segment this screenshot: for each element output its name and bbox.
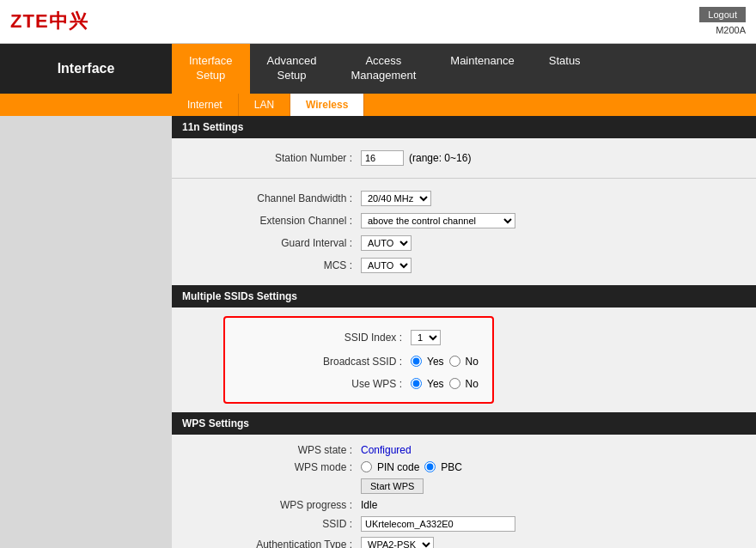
auth-type-val: WPA2-PSK WPA-PSK None — [361, 537, 434, 548]
sub-tab-lan[interactable]: LAN — [239, 94, 290, 116]
use-wps-row: Use WPS : Yes No — [239, 374, 479, 393]
station-number-control: (range: 0~16) — [361, 150, 471, 166]
section-header-wps: WPS Settings — [172, 412, 756, 435]
model-text: M200A — [716, 25, 746, 35]
use-wps-no-label: No — [466, 378, 479, 390]
tab-advanced-setup[interactable]: AdvancedSetup — [250, 44, 334, 94]
wps-state-value: Configured — [361, 444, 412, 456]
start-wps-button[interactable]: Start WPS — [361, 478, 424, 494]
auth-type-row: Authentication Type : WPA2-PSK WPA-PSK N… — [189, 534, 739, 548]
mcs-label: MCS : — [189, 259, 361, 271]
layout: 11n Settings Station Number : (range: 0~… — [0, 116, 756, 548]
broadcast-ssid-no-radio[interactable] — [449, 356, 460, 367]
ssids-form-section: SSID Index : 1 2 3 4 Broadcast SSID : — [172, 307, 756, 412]
wps-mode-label: WPS mode : — [189, 461, 361, 473]
use-wps-yes-label: Yes — [427, 378, 444, 390]
wps-mode-pin-label: PIN code — [377, 461, 419, 473]
broadcast-ssid-row: Broadcast SSID : Yes No — [239, 352, 479, 371]
use-wps-control: Yes No — [411, 378, 479, 390]
wps-progress-label: WPS progress : — [189, 499, 361, 511]
header-right: Logout M200A — [699, 7, 746, 36]
main-nav: Interface InterfaceSetup AdvancedSetup A… — [0, 44, 756, 94]
wps-progress-val: Idle — [361, 499, 377, 511]
broadcast-ssid-no-label: No — [466, 356, 479, 368]
extension-channel-label: Extension Channel : — [189, 215, 361, 227]
wps-state-label: WPS state : — [189, 444, 361, 456]
tab-maintenance[interactable]: Maintenance — [433, 44, 531, 94]
wps-ssid-input[interactable] — [361, 516, 515, 532]
wps-form-section: WPS state : Configured WPS mode : PIN co… — [172, 435, 756, 548]
sub-nav-spacer — [0, 94, 172, 116]
section-header-11n: 11n Settings — [172, 116, 756, 138]
wps-start-val: Start WPS — [361, 478, 424, 494]
mcs-row: MCS : AUTO — [189, 254, 739, 277]
ssid-index-select[interactable]: 1 2 3 4 — [411, 330, 441, 345]
page-header: ZTE中兴 Logout M200A — [0, 0, 756, 44]
channel-bandwidth-row: Channel Bandwidth : 20/40 MHz 20 MHz — [189, 187, 739, 210]
wps-ssid-row: SSID : — [189, 514, 739, 534]
sub-tab-internet[interactable]: Internet — [172, 94, 239, 116]
nav-tabs: InterfaceSetup AdvancedSetup AccessManag… — [172, 44, 756, 94]
mcs-select[interactable]: AUTO — [361, 258, 412, 273]
broadcast-ssid-yes-radio[interactable] — [411, 356, 422, 367]
mcs-control: AUTO — [361, 258, 412, 273]
logout-button[interactable]: Logout — [699, 7, 746, 22]
use-wps-yes-radio[interactable] — [411, 378, 422, 389]
logo: ZTE中兴 — [10, 9, 88, 34]
channel-bandwidth-label: Channel Bandwidth : — [189, 192, 361, 204]
guard-interval-select[interactable]: AUTO Long — [361, 235, 412, 251]
wps-state-val: Configured — [361, 444, 412, 456]
wps-ssid-label: SSID : — [189, 518, 361, 530]
station-number-row: Station Number : (range: 0~16) — [189, 147, 739, 169]
use-wps-label: Use WPS : — [239, 378, 411, 390]
wps-state-row: WPS state : Configured — [189, 441, 739, 459]
wps-ssid-val — [361, 516, 515, 532]
extension-channel-select[interactable]: above the control channel below the cont… — [361, 213, 515, 228]
station-number-section: Station Number : (range: 0~16) — [172, 138, 756, 178]
guard-interval-control: AUTO Long — [361, 235, 412, 251]
sub-nav: Internet LAN Wireless — [0, 94, 756, 116]
broadcast-ssid-control: Yes No — [411, 356, 479, 368]
ssid-index-label: SSID Index : — [239, 332, 411, 344]
sidebar-interface-label: Interface — [0, 44, 172, 94]
guard-interval-row: Guard Interval : AUTO Long — [189, 232, 739, 254]
logo-chinese: 中兴 — [49, 10, 88, 32]
station-number-label: Station Number : — [189, 152, 361, 164]
extension-channel-row: Extension Channel : above the control ch… — [189, 210, 739, 232]
guard-interval-label: Guard Interval : — [189, 237, 361, 249]
content-area: 11n Settings Station Number : (range: 0~… — [172, 116, 756, 548]
logo-zte: ZTE — [10, 10, 49, 32]
wps-mode-pbc-radio[interactable] — [424, 461, 436, 472]
wps-mode-val: PIN code PBC — [361, 461, 462, 473]
sub-tab-wireless[interactable]: Wireless — [290, 94, 364, 116]
ssid-index-control: 1 2 3 4 — [411, 330, 441, 345]
auth-type-label: Authentication Type : — [189, 539, 361, 548]
channel-bandwidth-select[interactable]: 20/40 MHz 20 MHz — [361, 191, 431, 206]
broadcast-ssid-yes-label: Yes — [427, 356, 444, 368]
wps-progress-value: Idle — [361, 499, 377, 511]
ssid-highlight-box: SSID Index : 1 2 3 4 Broadcast SSID : — [223, 316, 494, 404]
tab-interface-setup[interactable]: InterfaceSetup — [172, 44, 250, 94]
tab-access-management[interactable]: AccessManagement — [333, 44, 433, 94]
broadcast-ssid-label: Broadcast SSID : — [239, 356, 411, 368]
station-number-input[interactable] — [361, 150, 404, 166]
station-number-range: (range: 0~16) — [409, 152, 471, 164]
wps-mode-pbc-label: PBC — [441, 461, 462, 473]
wps-progress-row: WPS progress : Idle — [189, 496, 739, 514]
11n-form-section: Channel Bandwidth : 20/40 MHz 20 MHz Ext… — [172, 179, 756, 285]
auth-type-select[interactable]: WPA2-PSK WPA-PSK None — [361, 537, 434, 548]
ssid-index-row: SSID Index : 1 2 3 4 — [239, 326, 479, 349]
sidebar-spacer — [0, 116, 172, 548]
wps-mode-row: WPS mode : PIN code PBC — [189, 459, 739, 476]
wps-start-row: Start WPS — [189, 476, 739, 496]
channel-bandwidth-control: 20/40 MHz 20 MHz — [361, 191, 431, 206]
extension-channel-control: above the control channel below the cont… — [361, 213, 515, 228]
tab-status[interactable]: Status — [532, 44, 598, 94]
wps-mode-pin-radio[interactable] — [361, 461, 372, 472]
use-wps-no-radio[interactable] — [449, 378, 460, 389]
section-header-ssids: Multiple SSIDs Settings — [172, 285, 756, 307]
